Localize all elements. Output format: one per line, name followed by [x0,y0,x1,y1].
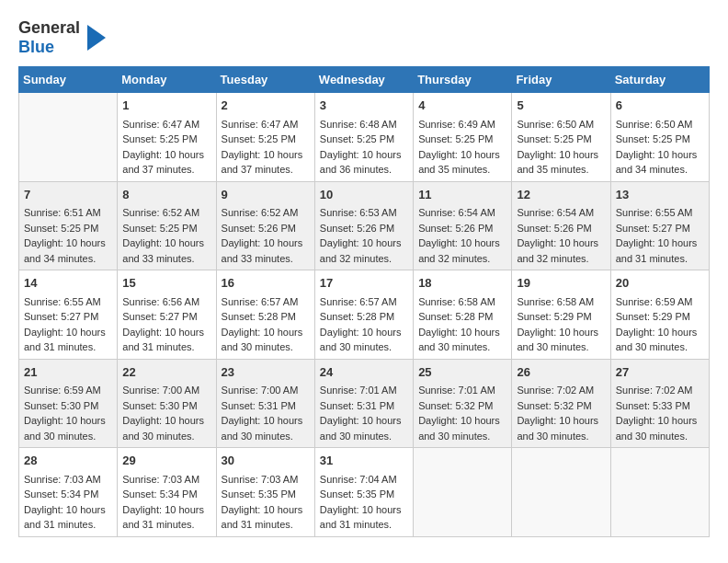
weekday-header-friday: Friday [512,67,610,93]
day-info: Daylight: 10 hours [222,147,310,163]
day-info: and 30 minutes. [320,339,408,355]
day-number: 23 [222,363,310,382]
day-info: Sunset: 5:30 PM [24,398,112,414]
day-info: Sunset: 5:25 PM [24,221,112,236]
day-info: Sunset: 5:32 PM [418,398,506,414]
day-info: and 36 minutes. [320,162,408,178]
day-info: Daylight: 10 hours [517,413,605,429]
calendar-cell: 29Sunrise: 7:03 AMSunset: 5:34 PMDayligh… [118,448,216,537]
day-info: Daylight: 10 hours [616,325,704,340]
calendar-cell: 2Sunrise: 6:47 AMSunset: 5:25 PMDaylight… [216,93,314,182]
day-info: and 33 minutes. [222,251,310,267]
day-number: 20 [616,274,704,293]
day-info: Daylight: 10 hours [122,413,210,429]
day-info: Sunset: 5:29 PM [616,309,704,325]
day-info: Daylight: 10 hours [122,236,210,251]
day-info: Sunrise: 6:58 AM [418,294,506,310]
day-info: Sunset: 5:34 PM [24,487,112,502]
day-info: Daylight: 10 hours [418,236,506,251]
day-info: and 30 minutes. [616,339,704,355]
day-info: Sunset: 5:25 PM [616,132,704,147]
day-number: 15 [122,274,210,293]
calendar-week-row: 1Sunrise: 6:47 AMSunset: 5:25 PMDaylight… [19,93,710,182]
calendar-week-row: 14Sunrise: 6:55 AMSunset: 5:27 PMDayligh… [19,270,710,360]
day-number: 27 [616,363,704,382]
calendar-table: SundayMondayTuesdayWednesdayThursdayFrid… [18,66,710,537]
day-info: Sunset: 5:32 PM [517,398,605,414]
day-info: and 34 minutes. [616,162,704,178]
day-info: Daylight: 10 hours [122,502,210,518]
day-info: Sunset: 5:26 PM [320,221,408,236]
day-info: and 31 minutes. [616,251,704,267]
weekday-header-sunday: Sunday [19,67,118,93]
calendar-cell: 18Sunrise: 6:58 AMSunset: 5:28 PMDayligh… [414,270,512,360]
day-number: 5 [517,97,605,115]
day-info: Sunrise: 7:01 AM [418,383,506,398]
day-info: Sunrise: 6:53 AM [320,205,408,221]
weekday-header-wednesday: Wednesday [314,67,413,93]
day-number: 18 [418,274,506,293]
calendar-header: SundayMondayTuesdayWednesdayThursdayFrid… [19,67,710,93]
calendar-cell: 31Sunrise: 7:04 AMSunset: 5:35 PMDayligh… [314,448,413,537]
day-info: and 30 minutes. [418,339,506,355]
page-header: General Blue [18,18,710,57]
day-info: and 30 minutes. [418,429,506,444]
day-number: 9 [222,186,310,204]
day-info: Sunset: 5:27 PM [122,309,210,325]
day-info: Sunrise: 6:54 AM [418,205,506,221]
day-info: Daylight: 10 hours [24,502,112,518]
day-info: Daylight: 10 hours [320,502,408,518]
day-info: Daylight: 10 hours [616,147,704,163]
calendar-cell: 14Sunrise: 6:55 AMSunset: 5:27 PMDayligh… [19,270,118,360]
day-info: Sunrise: 6:58 AM [517,294,605,310]
day-info: Sunset: 5:30 PM [122,398,210,414]
day-info: Daylight: 10 hours [616,413,704,429]
calendar-cell: 16Sunrise: 6:57 AMSunset: 5:28 PMDayligh… [216,270,314,360]
calendar-cell: 9Sunrise: 6:52 AMSunset: 5:26 PMDaylight… [216,181,314,270]
day-number: 7 [24,186,112,204]
calendar-cell: 30Sunrise: 7:03 AMSunset: 5:35 PMDayligh… [216,448,314,537]
calendar-cell: 17Sunrise: 6:57 AMSunset: 5:28 PMDayligh… [314,270,413,360]
day-number: 21 [24,363,112,382]
day-number: 8 [122,186,210,204]
day-info: and 30 minutes. [222,339,310,355]
day-number: 30 [222,452,310,470]
day-info: Sunset: 5:27 PM [616,221,704,236]
logo-general: General [18,18,80,38]
day-info: Daylight: 10 hours [320,325,408,340]
day-info: Sunrise: 7:03 AM [122,472,210,488]
day-info: and 31 minutes. [122,339,210,355]
logo-arrow-icon [87,25,106,51]
day-info: Daylight: 10 hours [24,325,112,340]
weekday-header-row: SundayMondayTuesdayWednesdayThursdayFrid… [19,67,710,93]
day-info: Sunrise: 6:55 AM [24,294,112,310]
day-info: Daylight: 10 hours [122,147,210,163]
calendar-cell: 27Sunrise: 7:02 AMSunset: 5:33 PMDayligh… [610,359,709,448]
day-info: and 30 minutes. [24,429,112,444]
day-info: Daylight: 10 hours [320,236,408,251]
day-info: Sunrise: 6:59 AM [24,383,112,398]
day-info: Sunset: 5:26 PM [418,221,506,236]
day-info: Sunrise: 7:04 AM [320,472,408,488]
day-number: 29 [122,452,210,470]
day-info: and 32 minutes. [418,251,506,267]
calendar-cell: 26Sunrise: 7:02 AMSunset: 5:32 PMDayligh… [512,359,610,448]
calendar-cell: 24Sunrise: 7:01 AMSunset: 5:31 PMDayligh… [314,359,413,448]
day-info: Sunset: 5:31 PM [222,398,310,414]
day-number: 17 [320,274,408,293]
day-info: and 31 minutes. [320,517,408,533]
calendar-cell: 10Sunrise: 6:53 AMSunset: 5:26 PMDayligh… [314,181,413,270]
day-number: 1 [122,97,210,115]
calendar-body: 1Sunrise: 6:47 AMSunset: 5:25 PMDaylight… [19,93,710,537]
day-number: 24 [320,363,408,382]
day-info: and 37 minutes. [122,162,210,178]
logo: General Blue [18,18,106,57]
day-info: and 34 minutes. [24,251,112,267]
calendar-cell: 6Sunrise: 6:50 AMSunset: 5:25 PMDaylight… [610,93,709,182]
day-number: 14 [24,274,112,293]
day-info: and 30 minutes. [222,429,310,444]
day-info: Daylight: 10 hours [517,236,605,251]
day-info: Daylight: 10 hours [320,147,408,163]
weekday-header-thursday: Thursday [414,67,512,93]
day-info: Daylight: 10 hours [517,325,605,340]
